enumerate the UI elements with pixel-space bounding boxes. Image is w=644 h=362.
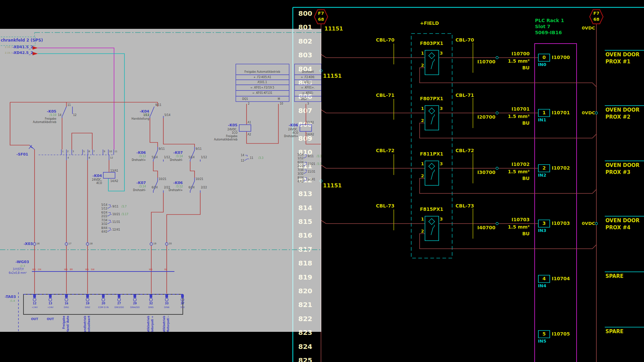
ta03-rotated-signal-label: Freigabe: [63, 316, 66, 332]
coil-pin-label: A2: [248, 133, 251, 136]
ta03-terminal-number: 12: [33, 302, 36, 305]
coil-pin-label: 14/A2: [306, 133, 314, 136]
hexagon-ref-top: F7: [593, 11, 599, 15]
cable-label: CBL-72: [376, 148, 394, 153]
x03-terminals: [33, 243, 168, 245]
ta03-terminal-function: +24V: [47, 306, 53, 309]
k04-coil: [103, 172, 115, 178]
prox-sensor-symbol: [429, 53, 435, 69]
ta03-terminal-circle: [102, 298, 105, 301]
contact-pin-label: 1/12: [143, 114, 149, 117]
sf01-pin-number: 11: [114, 150, 117, 153]
cable-label: CBL-71: [455, 93, 474, 98]
contact-pin-label: 5/14: [152, 156, 158, 159]
relay-contact-tag: -K05: [47, 110, 56, 113]
ta03-terminal-function: DIN5: [148, 306, 154, 309]
contact-map-pin: 1/12: [101, 207, 107, 210]
circuit-description: PROX #2: [605, 115, 631, 120]
function-info-row: A501.1: [258, 81, 267, 84]
contact-map-target: 12/41: [308, 178, 315, 181]
conductor-color-code: WS: [85, 268, 89, 271]
relay-function-text: Automatikbetrieb: [33, 121, 56, 124]
contact-map-pin: 7/34: [101, 219, 107, 222]
sensor-pin-number: 1: [421, 106, 424, 111]
wire-gauge-label: 1.5 mm²: [508, 114, 530, 119]
zero-vdc-label: 0VDC: [582, 221, 595, 226]
sensor-pin-number: 1: [421, 217, 424, 221]
eplan-schematic-window[interactable]: chrankfeld 2 (SPS)2.15 /-XD41.5_22.15 /-…: [0, 29, 321, 332]
sensor-device-tag: F807PX1: [420, 96, 443, 101]
contact-pin-label: 2/22: [201, 186, 207, 189]
prox-sensor-body: [425, 161, 439, 185]
contact-map-target: 11/31: [112, 221, 120, 224]
contact-map-glyph: [108, 228, 112, 232]
terminal-number: 20: [169, 243, 172, 245]
contact-map-target: 10/21: [308, 163, 315, 166]
ta03-rotated-signal-label: Motorpoti -: [167, 316, 170, 332]
contact-map-ref: /3.13: [317, 163, 321, 166]
contact-map-target: 12/41: [112, 229, 120, 231]
sf01-pin-number: 1: [62, 150, 63, 153]
function-info-row: = .KF01-KF131: [252, 92, 272, 95]
relay-function-text: Drehzahl-: [170, 159, 183, 162]
io-address-label: I10701: [552, 110, 570, 115]
sf01-pin-number: 12: [110, 157, 113, 159]
ladder-line-number: 824: [298, 343, 312, 350]
ta03-terminal-mark: [181, 295, 184, 298]
cable-label: CBL-70: [376, 38, 394, 42]
prox-sensor-symbol: [429, 163, 435, 180]
conductor-color-code: WS: [32, 268, 36, 271]
contact-map-target: 9/11: [112, 205, 118, 208]
io-input-name: IN3: [538, 228, 546, 233]
circuit-description: PROX #1: [605, 59, 631, 64]
io-address-label: I10700: [552, 55, 570, 60]
relay-coil-tag: -K06: [289, 123, 298, 127]
ta03-terminal-function: ST0: [180, 306, 184, 309]
ta03-terminal-circle: [33, 298, 36, 301]
contact-map-glyph: [108, 213, 112, 216]
ta03-terminal-number: 27: [117, 302, 121, 305]
contact-map-pin: 5/14: [101, 204, 107, 206]
contact-map-glyph: [108, 205, 112, 208]
prox-sensor-symbol: [429, 108, 435, 124]
terminal-point-number: 0: [542, 55, 546, 60]
relay-coil-crossref: /3.10: [49, 114, 56, 117]
coil-type-text: 4CO: [292, 132, 298, 134]
io-input-name: IN2: [538, 173, 546, 177]
sensor-pin-number: 1: [421, 51, 424, 55]
zero-vdc-label: 0VDC: [582, 111, 595, 115]
coil-function-text: Drehzahl+: [284, 135, 298, 138]
cable-label: CBL-70: [455, 38, 474, 42]
contact-map-target: 10/21: [112, 213, 120, 216]
ta03-terminal-circle: [86, 298, 89, 301]
io-address-label: I10703: [552, 221, 570, 226]
coil-voltage-text: 24VDC,: [92, 179, 102, 181]
cross-reference: 2.15 /: [5, 52, 12, 54]
field-wire-number: I40700: [477, 225, 495, 230]
ta03-terminal-mark: [150, 295, 152, 298]
sensor-supply-wire: [321, 54, 425, 58]
relay-coil-crossref: /3.12: [176, 185, 183, 188]
contact-map-glyph: [304, 155, 307, 158]
coil-function-text: Automatikbetrieb: [214, 138, 237, 141]
wire-number-11151: 11151: [323, 73, 342, 79]
circuit-description: PROX #4: [605, 225, 631, 230]
function-info-row: = .KF01+.F2/19.5: [250, 86, 274, 89]
ta03-terminal-function: DIN1: [64, 306, 69, 309]
sensor-pin-number: 2: [421, 174, 424, 178]
coil-pin-label: A1: [248, 121, 251, 124]
plc-module-box: [535, 44, 577, 362]
ta03-terminal-function: DIN6: [164, 306, 169, 309]
coil-voltage-text: 24VDC,: [288, 128, 298, 131]
zero-vdc-node: [595, 112, 598, 114]
cable-label: CBL-73: [455, 203, 474, 208]
terminal-point-number: 1: [542, 110, 546, 115]
contact-map-pin: 6/24: [298, 161, 304, 164]
relay-coil-crossref: /3.14: [139, 185, 146, 188]
sf01-pin-number: 9: [104, 150, 105, 153]
io-input-name: IN0: [538, 62, 546, 67]
contact-map-pin: 6/24: [101, 212, 107, 214]
interface-tag: -XD41.5_2: [12, 45, 33, 49]
sensor-return-wire: [420, 234, 596, 249]
contact-pin-label: 1/12: [201, 156, 207, 159]
